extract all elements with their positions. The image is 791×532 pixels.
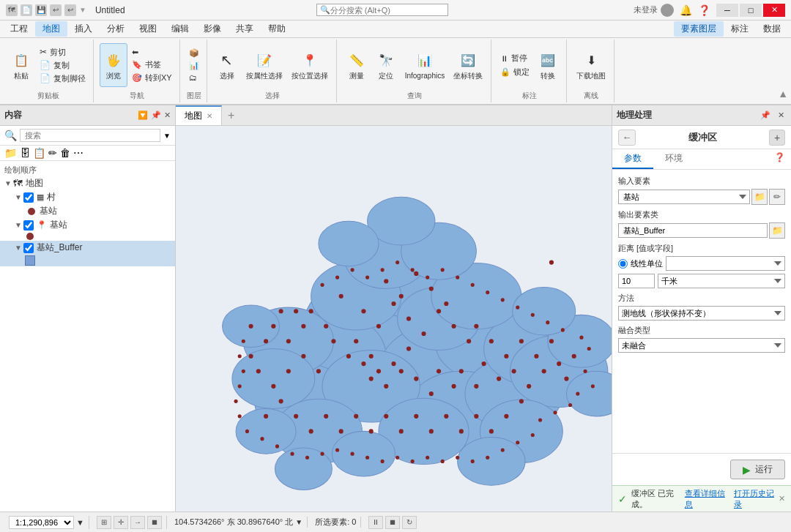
toc-layer-station-group[interactable]: ▼ 📍 基站: [0, 218, 175, 232]
sidebar-search-dropdown[interactable]: ▼: [163, 132, 171, 140]
search-input[interactable]: [330, 6, 433, 15]
output-class-input[interactable]: [618, 223, 768, 238]
status-close-button[interactable]: ✕: [779, 494, 785, 503]
sidebar-pin-icon[interactable]: 📌: [151, 110, 161, 120]
save-icon[interactable]: 💾: [35, 4, 47, 16]
sidebar-filter-btn[interactable]: 🔍: [4, 130, 17, 141]
geo-back-button[interactable]: ←: [618, 130, 636, 146]
ribbon-tab-label[interactable]: 标注: [724, 21, 756, 37]
toc-layer-buffer[interactable]: ▼ 基站_Buffer: [0, 241, 175, 255]
layer-folder-button[interactable]: 🗂: [186, 72, 202, 83]
geo-add-button[interactable]: +: [769, 130, 785, 146]
lock-label-button[interactable]: 🔒 锁定: [497, 66, 532, 78]
map-tab[interactable]: 地图 ✕: [176, 105, 222, 125]
select-button[interactable]: ↖ 选择: [213, 43, 241, 87]
copy-path-button[interactable]: 📄 复制脚径: [37, 72, 89, 85]
village-checkbox[interactable]: [23, 192, 34, 203]
buffer-expand-icon[interactable]: ▼: [15, 244, 22, 252]
bookmark-button[interactable]: 🔖 书签: [129, 59, 175, 71]
input-browse-icon[interactable]: 📁: [751, 189, 768, 205]
bell-icon[interactable]: 🔔: [680, 4, 692, 16]
select-by-location-button[interactable]: 📍 按位置选择: [288, 43, 332, 87]
infographics-button[interactable]: 📊 Infographics: [401, 43, 448, 87]
run-button[interactable]: ▶ 运行: [730, 460, 785, 479]
toc-tool1-icon[interactable]: 📁: [4, 147, 17, 159]
title-dropdown-icon[interactable]: ▼: [79, 6, 86, 14]
browse-button[interactable]: 🖐 浏览: [100, 43, 127, 87]
toc-layer-station-under-village[interactable]: 基站: [0, 204, 175, 218]
select-by-attr-button[interactable]: 📝 按属性选择: [242, 43, 286, 87]
help-icon[interactable]: ❓: [698, 4, 710, 16]
locate-button[interactable]: 🔭 定位: [372, 43, 400, 87]
minimize-button[interactable]: ─: [716, 4, 738, 17]
file-new-icon[interactable]: 📄: [21, 4, 32, 16]
toc-layer-map[interactable]: ▼ 🗺 地图: [0, 176, 175, 190]
ribbon-collapse-button[interactable]: ▲: [778, 88, 788, 100]
stop-button[interactable]: ⏹: [385, 516, 400, 529]
nav-right-button[interactable]: →: [130, 516, 145, 529]
scale-select[interactable]: 1:1,290,896: [9, 516, 74, 529]
convert-label-button[interactable]: 🔤 转换: [534, 43, 562, 87]
distance-value-radio[interactable]: [618, 259, 628, 269]
zoom-to-layer-button[interactable]: ⊞: [97, 516, 111, 529]
menu-share[interactable]: 共享: [229, 21, 261, 37]
map-tab-close-button[interactable]: ✕: [207, 112, 212, 120]
toc-tool2-icon[interactable]: 🗄: [20, 147, 30, 159]
toc-tool5-icon[interactable]: 🗑: [60, 147, 70, 159]
undo-icon[interactable]: ↩: [50, 4, 62, 16]
close-button[interactable]: ✕: [763, 4, 785, 17]
layer-add-button[interactable]: 📦: [186, 48, 202, 59]
menu-view[interactable]: 视图: [132, 21, 164, 37]
paste-button[interactable]: 📋 粘贴: [7, 43, 35, 87]
input-edit-icon[interactable]: ✏: [769, 189, 785, 205]
toc-more-icon[interactable]: ⋯: [73, 147, 83, 159]
coord-dropdown-icon[interactable]: ▼: [295, 518, 302, 526]
menu-map[interactable]: 地图: [35, 21, 67, 37]
village-expand-icon[interactable]: ▼: [15, 193, 22, 201]
global-search[interactable]: 🔍: [316, 4, 448, 16]
output-browse-icon[interactable]: 📁: [769, 222, 785, 239]
geo-tab-params[interactable]: 参数: [612, 149, 653, 169]
station-group-checkbox[interactable]: [23, 220, 34, 231]
distance-unit-select[interactable]: 千米: [658, 274, 785, 288]
menu-analysis[interactable]: 分析: [100, 21, 132, 37]
buffer-checkbox[interactable]: [23, 243, 34, 253]
status-detail-link[interactable]: 查看详细信息: [685, 488, 725, 510]
method-select[interactable]: 测地线（形状保持不变）: [618, 306, 785, 321]
maximize-button[interactable]: □: [740, 4, 762, 17]
toc-layer-village[interactable]: ▼ ▦ 村: [0, 190, 175, 204]
download-map-button[interactable]: ⬇ 下载地图: [573, 43, 609, 87]
menu-imagery[interactable]: 影像: [196, 21, 229, 37]
distance-number-input[interactable]: [618, 274, 655, 288]
menu-insert[interactable]: 插入: [67, 21, 100, 37]
pan-button[interactable]: ✛: [114, 516, 128, 529]
dissolve-select[interactable]: 未融合: [618, 338, 785, 353]
refresh-button[interactable]: ↻: [402, 516, 417, 529]
distance-method-select[interactable]: [666, 256, 785, 271]
geo-tab-help-icon[interactable]: ❓: [768, 149, 791, 169]
cut-button[interactable]: ✂ 剪切: [37, 46, 89, 59]
layer-chart-button[interactable]: 📊: [186, 60, 202, 71]
pause-label-button[interactable]: ⏸ 暂停: [497, 52, 532, 64]
sidebar-filter-icon[interactable]: 🔽: [138, 110, 148, 120]
toc-tool3-icon[interactable]: 📋: [33, 147, 45, 159]
back-button[interactable]: ⬅: [129, 47, 175, 58]
measure-button[interactable]: 📏 测量: [343, 43, 371, 87]
map-expand-icon[interactable]: ▼: [4, 179, 12, 187]
coord-convert-button[interactable]: 🔄 坐标转换: [450, 43, 486, 87]
nav-stop-button[interactable]: ⏹: [147, 516, 162, 529]
geo-tab-env[interactable]: 环境: [653, 149, 694, 169]
station-group-expand-icon[interactable]: ▼: [15, 221, 22, 229]
toc-tool4-icon[interactable]: ✏: [48, 147, 57, 159]
undo2-icon[interactable]: ↩: [64, 4, 76, 16]
panel-close-icon[interactable]: ✕: [776, 110, 787, 121]
panel-pin-icon[interactable]: 📌: [758, 110, 773, 121]
goto-xy-button[interactable]: 🎯 转到XY: [129, 72, 175, 84]
scale-down-icon[interactable]: ▼: [76, 518, 84, 527]
menu-edit[interactable]: 编辑: [164, 21, 196, 37]
ribbon-tab-data[interactable]: 数据: [756, 21, 788, 37]
sidebar-search-input[interactable]: [20, 129, 160, 142]
input-features-select[interactable]: 基站: [618, 190, 750, 204]
menu-project[interactable]: 工程: [3, 21, 35, 37]
ribbon-tab-feature-layer[interactable]: 要素图层: [674, 21, 724, 37]
